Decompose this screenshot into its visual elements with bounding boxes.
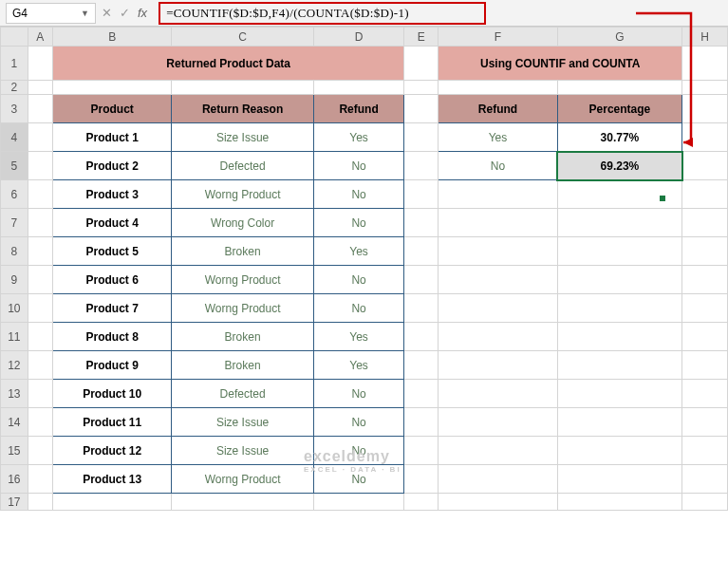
hdr-refund[interactable]: Refund: [313, 95, 404, 123]
sum-label[interactable]: Yes: [439, 123, 557, 152]
cell-reason[interactable]: Size Issue: [172, 123, 313, 152]
row-hdr-2[interactable]: 2: [1, 81, 28, 95]
col-B[interactable]: B: [52, 28, 171, 47]
chevron-down-icon[interactable]: ▼: [81, 9, 89, 18]
formula-input-wrap: =COUNTIF($D:$D,F4)/(COUNTA($D:$D)-1): [159, 2, 486, 25]
row-4: 4 Product 1 Size Issue Yes Yes 30.77%: [1, 123, 728, 152]
cell-reason[interactable]: Defected: [172, 152, 313, 180]
row-2: 2: [1, 81, 728, 95]
cell-refund[interactable]: No: [313, 152, 404, 180]
cell-product[interactable]: Product 1: [52, 123, 171, 152]
spreadsheet-grid[interactable]: A B C D E F G H 1 Returned Product Data …: [0, 27, 728, 511]
fill-handle[interactable]: [659, 195, 666, 202]
cell-refund[interactable]: Yes: [313, 323, 404, 351]
row-17: 17: [1, 494, 728, 511]
cell-product[interactable]: Product 5: [52, 237, 171, 266]
row-hdr-5[interactable]: 5: [1, 152, 28, 180]
select-all[interactable]: [1, 28, 28, 47]
cell-product[interactable]: Product 12: [52, 437, 171, 465]
row-11: 11 Product 8 Broken Yes: [1, 323, 728, 351]
row-hdr-1[interactable]: 1: [1, 47, 28, 81]
cell-refund[interactable]: Yes: [313, 237, 404, 266]
row-hdr-15[interactable]: 15: [1, 437, 28, 465]
row-hdr-6[interactable]: 6: [1, 180, 28, 209]
cell-reason[interactable]: Worng Product: [172, 465, 313, 494]
cell-refund[interactable]: No: [313, 380, 404, 408]
excel-window: G4 ▼ ✕ ✓ fx =COUNTIF($D:$D,F4)/(COUNTA($…: [0, 0, 728, 561]
sum-pct-selected[interactable]: 69.23%: [557, 152, 681, 180]
cell-refund[interactable]: No: [313, 408, 404, 437]
cell-reason[interactable]: Broken: [172, 323, 313, 351]
cell-reason[interactable]: Broken: [172, 351, 313, 380]
sum-pct-selected[interactable]: 30.77%: [557, 123, 681, 152]
row-13: 13 Product 10 Defected No: [1, 380, 728, 408]
row-hdr-3[interactable]: 3: [1, 95, 28, 123]
col-H[interactable]: H: [682, 28, 728, 47]
cell-refund[interactable]: No: [313, 437, 404, 465]
row-hdr-17[interactable]: 17: [1, 494, 28, 511]
cell-refund[interactable]: No: [313, 465, 404, 494]
col-C[interactable]: C: [172, 28, 313, 47]
row-hdr-11[interactable]: 11: [1, 323, 28, 351]
row-12: 12 Product 9 Broken Yes: [1, 351, 728, 380]
cell-product[interactable]: Product 8: [52, 323, 171, 351]
row-hdr-13[interactable]: 13: [1, 380, 28, 408]
cell-reason[interactable]: Size Issue: [172, 437, 313, 465]
cell-product[interactable]: Product 4: [52, 209, 171, 237]
col-E[interactable]: E: [404, 28, 439, 47]
cell-refund[interactable]: No: [313, 266, 404, 294]
cell-product[interactable]: Product 11: [52, 408, 171, 437]
formula-input[interactable]: =COUNTIF($D:$D,F4)/(COUNTA($D:$D)-1): [159, 2, 486, 25]
row-hdr-10[interactable]: 10: [1, 294, 28, 323]
column-headers: A B C D E F G H: [1, 28, 728, 47]
row-hdr-14[interactable]: 14: [1, 408, 28, 437]
row-14: 14 Product 11 Size Issue No: [1, 408, 728, 437]
fx-icon[interactable]: fx: [138, 6, 147, 20]
cell-product[interactable]: Product 3: [52, 180, 171, 209]
cell-reason[interactable]: Broken: [172, 237, 313, 266]
col-A[interactable]: A: [28, 28, 52, 47]
row-10: 10 Product 7 Worng Product No: [1, 294, 728, 323]
row-hdr-7[interactable]: 7: [1, 209, 28, 237]
cell-product[interactable]: Product 10: [52, 380, 171, 408]
cell-refund[interactable]: Yes: [313, 123, 404, 152]
hdr-reason[interactable]: Return Reason: [172, 95, 313, 123]
sum-hdr-pct[interactable]: Percentage: [557, 95, 681, 123]
cell-refund[interactable]: No: [313, 180, 404, 209]
cancel-icon[interactable]: ✕: [102, 6, 112, 20]
cell-reason[interactable]: Wrong Color: [172, 209, 313, 237]
formula-buttons: ✕ ✓: [102, 6, 130, 20]
row-9: 9 Product 6 Worng Product No: [1, 266, 728, 294]
cell-reason[interactable]: Worng Product: [172, 294, 313, 323]
cell-refund[interactable]: Yes: [313, 351, 404, 380]
cell-refund[interactable]: No: [313, 209, 404, 237]
cell-product[interactable]: Product 9: [52, 351, 171, 380]
cell-product[interactable]: Product 7: [52, 294, 171, 323]
title-summary[interactable]: Using COUNTIF and COUNTA: [439, 47, 682, 81]
cell-product[interactable]: Product 13: [52, 465, 171, 494]
name-box[interactable]: G4 ▼: [6, 3, 96, 24]
row-hdr-4[interactable]: 4: [1, 123, 28, 152]
cell-refund[interactable]: No: [313, 294, 404, 323]
col-D[interactable]: D: [313, 28, 404, 47]
cell-product[interactable]: Product 6: [52, 266, 171, 294]
sum-label[interactable]: No: [439, 152, 557, 180]
cell-reason[interactable]: Defected: [172, 380, 313, 408]
col-G[interactable]: G: [557, 28, 681, 47]
title-main[interactable]: Returned Product Data: [52, 47, 403, 81]
cell-product[interactable]: Product 2: [52, 152, 171, 180]
row-hdr-8[interactable]: 8: [1, 237, 28, 266]
cell-reason[interactable]: Size Issue: [172, 408, 313, 437]
row-8: 8 Product 5 Broken Yes: [1, 237, 728, 266]
col-F[interactable]: F: [439, 28, 557, 47]
row-16: 16 Product 13 Worng Product No: [1, 465, 728, 494]
cell-reason[interactable]: Worng Product: [172, 180, 313, 209]
cell-reason[interactable]: Worng Product: [172, 266, 313, 294]
hdr-product[interactable]: Product: [52, 95, 171, 123]
row-hdr-9[interactable]: 9: [1, 266, 28, 294]
row-1: 1 Returned Product Data Using COUNTIF an…: [1, 47, 728, 81]
accept-icon[interactable]: ✓: [120, 6, 130, 20]
row-hdr-12[interactable]: 12: [1, 351, 28, 380]
sum-hdr-refund[interactable]: Refund: [439, 95, 557, 123]
row-hdr-16[interactable]: 16: [1, 465, 28, 494]
